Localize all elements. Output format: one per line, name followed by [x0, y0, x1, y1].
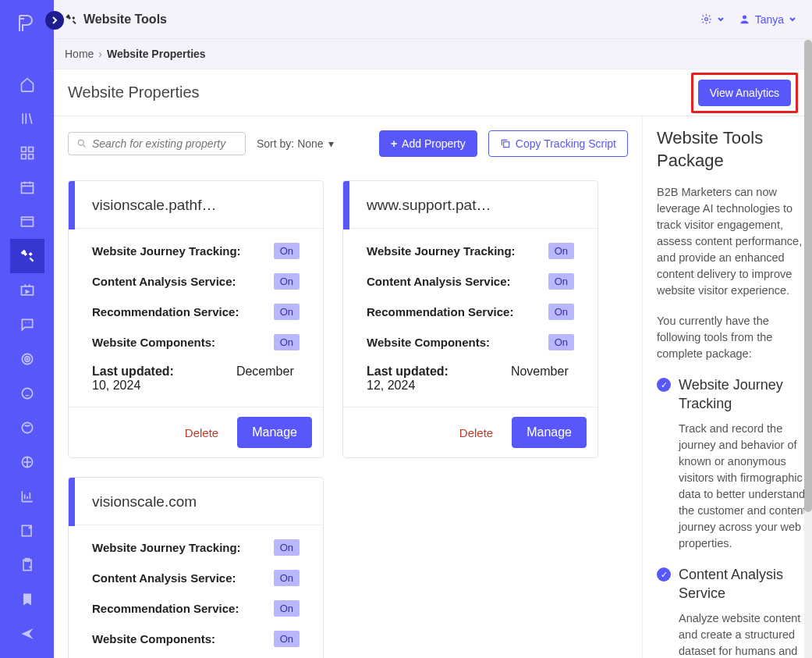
- last-updated: Last updated: December 10, 2024: [92, 365, 300, 393]
- feature-body: Track and record the journey and behavio…: [679, 421, 807, 552]
- last-updated: Last updated: November 12, 2024: [367, 365, 574, 393]
- nav-library-icon[interactable]: [10, 101, 44, 136]
- updated-label: Last updated:: [92, 365, 174, 378]
- svg-rect-2: [21, 155, 26, 159]
- wjt-status: On: [274, 243, 300, 259]
- nav-target-icon[interactable]: [10, 342, 44, 376]
- user-name: Tanya: [755, 13, 784, 26]
- delete-button[interactable]: Delete: [459, 426, 493, 439]
- svg-point-11: [22, 422, 32, 432]
- property-card: visionscale.pathf… Website Journey Track…: [68, 180, 324, 458]
- svg-rect-1: [28, 148, 33, 152]
- card-title: visionscale.pathf…: [69, 181, 323, 229]
- nav-website-tools-icon[interactable]: [10, 239, 44, 273]
- manage-button[interactable]: Manage: [512, 417, 587, 448]
- nav-send-icon[interactable]: [10, 617, 44, 651]
- rs-label: Recommendation Service:: [367, 305, 548, 318]
- svg-point-9: [27, 358, 28, 360]
- sidebar-expand-button[interactable]: [45, 11, 64, 30]
- main-area: Website Tools Tanya Home › Website Prope…: [54, 0, 812, 658]
- app-title: Website Tools: [83, 12, 167, 27]
- svg-rect-19: [503, 142, 509, 148]
- nav-globe1-icon[interactable]: [10, 376, 44, 411]
- svg-point-10: [22, 388, 32, 398]
- page: Website Properties View Analytics Sort b…: [54, 69, 812, 658]
- wjt-status: On: [548, 243, 574, 259]
- user-dropdown[interactable]: Tanya: [739, 13, 796, 26]
- card-title: www.support.pat…: [343, 181, 597, 229]
- nav-globe2-icon[interactable]: [10, 411, 44, 445]
- caret-down-icon: ▾: [328, 137, 334, 150]
- search-box[interactable]: [68, 132, 246, 155]
- header-bar: Website Tools Tanya: [54, 0, 812, 39]
- delete-button[interactable]: Delete: [185, 426, 218, 439]
- cas-status: On: [274, 570, 300, 586]
- nav-clipboard-icon[interactable]: [10, 548, 44, 582]
- nav-calendar-icon[interactable]: [10, 170, 44, 205]
- wc-label: Website Components:: [367, 336, 548, 349]
- nav-export-icon[interactable]: [10, 514, 44, 548]
- gear-icon: [700, 13, 712, 25]
- cas-label: Content Analysis Service:: [92, 571, 274, 585]
- nav-home-icon[interactable]: [10, 67, 44, 101]
- updated-label: Last updated:: [367, 365, 449, 378]
- svg-rect-5: [21, 217, 33, 226]
- view-analytics-button[interactable]: View Analytics: [698, 80, 791, 106]
- tools-icon: [65, 13, 77, 26]
- cas-status: On: [274, 273, 300, 290]
- wc-status: On: [548, 334, 574, 350]
- search-icon: [76, 138, 87, 149]
- svg-rect-0: [21, 148, 26, 152]
- cards-grid: visionscale.pathf… Website Journey Track…: [68, 180, 628, 658]
- nav-chat-icon[interactable]: [10, 308, 44, 342]
- manage-button[interactable]: Manage: [237, 417, 312, 448]
- chevron-down-icon: [717, 16, 725, 23]
- nav-globe3-icon[interactable]: [10, 445, 44, 479]
- page-title: Website Properties: [68, 84, 200, 101]
- nav-video-icon[interactable]: [10, 273, 44, 308]
- breadcrumb: Home › Website Properties: [54, 39, 812, 69]
- highlight-annotation: View Analytics: [691, 73, 798, 113]
- info-intro: B2B Marketers can now leverage AI techno…: [657, 184, 807, 299]
- info-pane: Website Tools Package B2B Marketers can …: [642, 116, 812, 658]
- copy-script-label: Copy Tracking Script: [516, 137, 616, 150]
- info-subtitle: You currently have the following tools f…: [657, 313, 807, 362]
- rs-status: On: [274, 600, 300, 617]
- cas-label: Content Analysis Service:: [92, 275, 274, 288]
- card-stripe: [343, 181, 349, 229]
- card-title: visionscale.com: [69, 478, 323, 525]
- svg-rect-3: [28, 155, 33, 159]
- wc-label: Website Components:: [92, 632, 274, 646]
- info-title: Website Tools Package: [657, 127, 807, 172]
- nav-chart-icon[interactable]: [10, 479, 44, 514]
- chevron-right-icon: ›: [98, 48, 102, 60]
- svg-point-16: [704, 18, 707, 21]
- copy-tracking-script-button[interactable]: Copy Tracking Script: [488, 130, 628, 157]
- card-stripe: [69, 181, 75, 229]
- feature-title: Website Journey Tracking: [679, 376, 807, 413]
- settings-dropdown[interactable]: [700, 13, 725, 25]
- wjt-label: Website Journey Tracking:: [367, 244, 548, 258]
- user-icon: [739, 13, 750, 25]
- nav-bookmark-icon[interactable]: [10, 582, 44, 617]
- sort-dropdown[interactable]: Sort by: None ▾: [257, 137, 334, 150]
- check-icon: ✓: [657, 378, 671, 392]
- nav-window-icon[interactable]: [10, 205, 44, 239]
- rs-label: Recommendation Service:: [92, 305, 274, 318]
- wc-label: Website Components:: [92, 336, 274, 349]
- properties-pane: Sort by: None ▾ + Add Property Copy Trac…: [54, 116, 642, 658]
- add-property-button[interactable]: + Add Property: [379, 130, 477, 157]
- sidebar: [0, 0, 54, 658]
- nav-dashboard-icon[interactable]: [10, 136, 44, 170]
- card-stripe: [69, 478, 75, 526]
- feature-body: Analyze website content and create a str…: [679, 610, 807, 658]
- product-logo-icon: [15, 11, 40, 36]
- wc-status: On: [274, 334, 300, 350]
- chevron-down-icon: [789, 16, 796, 23]
- cas-status: On: [548, 273, 574, 290]
- wjt-status: On: [274, 539, 300, 556]
- scrollbar-thumb[interactable]: [804, 40, 812, 512]
- plus-icon: +: [391, 137, 397, 150]
- breadcrumb-home[interactable]: Home: [65, 48, 94, 60]
- search-input[interactable]: [92, 137, 237, 150]
